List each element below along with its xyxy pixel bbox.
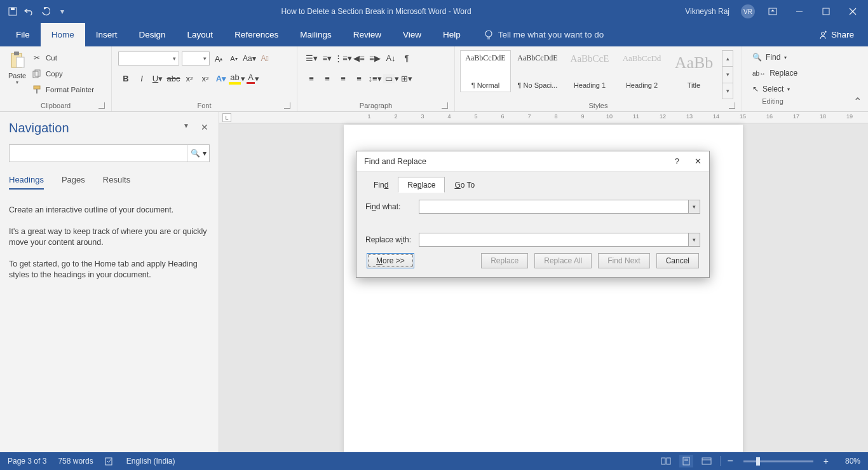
font-dialog-launcher[interactable] <box>284 102 290 109</box>
paste-button[interactable]: Paste ▾ <box>4 49 31 100</box>
find-what-input[interactable] <box>419 200 688 213</box>
tab-file[interactable]: File <box>5 23 41 46</box>
shrink-font-button[interactable]: A▾ <box>227 52 240 66</box>
font-size-selector[interactable]: ▾ <box>182 52 210 66</box>
zoom-level[interactable]: 80% <box>835 457 860 466</box>
style-item[interactable]: AaBbCcDdE¶ Normal <box>460 50 511 92</box>
font-selector[interactable]: ▾ <box>118 52 179 66</box>
nav-tab-pages[interactable]: Pages <box>62 175 85 190</box>
dialog-close-icon[interactable]: ✕ <box>695 156 702 166</box>
clear-formatting-button[interactable]: A⃠ <box>259 52 271 66</box>
format-painter-button[interactable]: Format Painter <box>32 82 94 97</box>
nav-search[interactable]: 🔍 ▾ <box>9 144 210 162</box>
style-item[interactable]: AaBbCcDdHeading 2 <box>616 50 667 92</box>
styles-gallery[interactable]: AaBbCcDdE¶ NormalAaBbCcDdE¶ No Spaci...A… <box>459 49 721 100</box>
tab-help[interactable]: Help <box>432 23 471 46</box>
decrease-indent-button[interactable]: ◀≡ <box>351 50 367 66</box>
nav-search-button[interactable]: 🔍 ▾ <box>187 145 209 162</box>
dialog-tab-replace[interactable]: Replace <box>398 177 445 193</box>
highlight-button[interactable]: ab▾ <box>229 71 245 86</box>
show-marks-button[interactable]: ¶ <box>399 50 414 66</box>
status-proofing-icon[interactable] <box>105 457 115 466</box>
nav-close-icon[interactable]: ✕ <box>201 122 208 132</box>
zoom-handle[interactable] <box>756 457 760 466</box>
copy-button[interactable]: Copy <box>32 66 94 81</box>
replace-single-button[interactable]: Replace <box>481 253 528 268</box>
replace-all-button[interactable]: Replace All <box>534 253 592 268</box>
cancel-button[interactable]: Cancel <box>656 253 699 268</box>
bold-button[interactable]: B <box>118 71 133 86</box>
replace-with-field[interactable]: ▾ <box>419 233 700 247</box>
subscript-button[interactable]: x2 <box>182 71 197 86</box>
tab-insert[interactable]: Insert <box>85 23 128 46</box>
replace-with-input[interactable] <box>419 233 688 246</box>
underline-button[interactable]: U▾ <box>150 71 165 86</box>
styles-scroll[interactable]: ▴▾▾ <box>722 50 733 99</box>
undo-icon[interactable] <box>24 6 34 17</box>
paragraph-dialog-launcher[interactable] <box>442 102 448 109</box>
user-name[interactable]: Vikneysh Raj <box>685 7 729 16</box>
redo-icon[interactable] <box>41 6 51 17</box>
replace-history-dropdown[interactable]: ▾ <box>688 233 700 246</box>
nav-search-input[interactable] <box>10 145 187 162</box>
change-case-button[interactable]: Aa▾ <box>243 52 256 66</box>
zoom-in-icon[interactable]: + <box>824 456 829 466</box>
italic-button[interactable]: I <box>134 71 149 86</box>
tab-design[interactable]: Design <box>128 23 177 46</box>
qat-customize-icon[interactable]: ▾ <box>57 6 67 17</box>
dialog-tab-find[interactable]: Find <box>364 177 398 193</box>
justify-button[interactable]: ≡ <box>351 71 367 86</box>
find-history-dropdown[interactable]: ▾ <box>688 200 700 213</box>
nav-dropdown-icon[interactable]: ▼ <box>183 122 189 132</box>
zoom-slider[interactable] <box>743 460 813 462</box>
font-color-button[interactable]: A▾ <box>245 71 261 86</box>
status-page[interactable]: Page 3 of 3 <box>8 457 46 466</box>
close-icon[interactable] <box>844 3 862 20</box>
tab-layout[interactable]: Layout <box>177 23 224 46</box>
tab-mailings[interactable]: Mailings <box>289 23 342 46</box>
dialog-tab-goto[interactable]: Go To <box>445 177 484 193</box>
web-layout-icon[interactable] <box>700 455 714 467</box>
scroll-down-icon[interactable]: ▾ <box>722 67 733 83</box>
status-words[interactable]: 758 words <box>58 457 93 466</box>
tab-home[interactable]: Home <box>41 23 85 46</box>
find-next-button[interactable]: Find Next <box>598 253 649 268</box>
ribbon-display-icon[interactable] <box>764 3 782 20</box>
style-item[interactable]: AaBbCcEHeading 1 <box>564 50 615 92</box>
tab-selector-icon[interactable]: L <box>222 113 231 122</box>
find-button[interactable]: 🔍Find▾ <box>752 50 794 64</box>
find-what-field[interactable]: ▾ <box>419 200 700 214</box>
share-button[interactable]: Share <box>818 23 868 46</box>
text-effects-button[interactable]: A▾ <box>214 71 229 86</box>
collapse-ribbon-icon[interactable]: ⌃ <box>853 95 862 107</box>
status-language[interactable]: English (India) <box>126 457 175 466</box>
print-layout-icon[interactable] <box>679 455 693 467</box>
nav-tab-headings[interactable]: Headings <box>9 175 44 190</box>
styles-expand-icon[interactable]: ▾ <box>722 83 733 99</box>
replace-button[interactable]: ab↔Replace <box>752 66 794 80</box>
dialog-titlebar[interactable]: Find and Replace ? ✕ <box>356 151 709 172</box>
sort-button[interactable]: A↓ <box>383 50 398 66</box>
save-icon[interactable] <box>8 6 18 17</box>
cut-button[interactable]: ✂Cut <box>32 50 94 66</box>
tell-me[interactable]: Tell me what you want to do <box>471 23 604 46</box>
shading-button[interactable]: ▭▾ <box>383 71 398 86</box>
tab-view[interactable]: View <box>392 23 432 46</box>
align-right-button[interactable]: ≡ <box>336 71 351 86</box>
numbering-button[interactable]: ≡▾ <box>320 50 335 66</box>
clipboard-dialog-launcher[interactable] <box>98 102 105 109</box>
styles-dialog-launcher[interactable] <box>729 102 735 109</box>
avatar[interactable]: VR <box>741 4 755 18</box>
select-button[interactable]: ↖Select▾ <box>752 82 794 96</box>
zoom-out-icon[interactable]: − <box>727 455 733 467</box>
minimize-icon[interactable] <box>790 3 808 20</box>
line-spacing-button[interactable]: ↕≡▾ <box>367 71 383 86</box>
align-left-button[interactable]: ≡ <box>304 71 319 86</box>
style-item[interactable]: AaBbTitle <box>668 50 719 92</box>
increase-indent-button[interactable]: ≡▶ <box>367 50 383 66</box>
nav-tab-results[interactable]: Results <box>103 175 130 190</box>
grow-font-button[interactable]: A▴ <box>212 52 225 66</box>
multilevel-button[interactable]: ⋮≡▾ <box>336 50 351 66</box>
align-center-button[interactable]: ≡ <box>320 71 335 86</box>
read-mode-icon[interactable] <box>659 455 673 467</box>
